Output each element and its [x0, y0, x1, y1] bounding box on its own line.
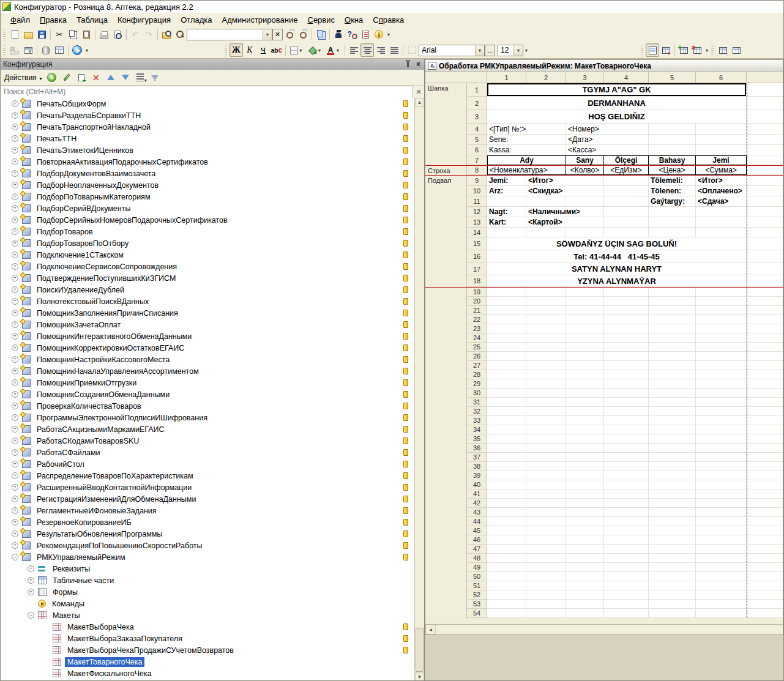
tree-item[interactable]: −РМКУправляемыйРежим [1, 551, 424, 563]
sheet-cell[interactable] [604, 176, 649, 186]
sheet-cell[interactable] [566, 352, 604, 361]
find-next-button[interactable] [283, 28, 296, 41]
start-debug-button[interactable] [70, 43, 84, 57]
expand-icon[interactable]: + [12, 472, 18, 479]
sheet-cell[interactable] [526, 416, 566, 425]
expand-icon[interactable]: + [12, 530, 18, 537]
expand-icon[interactable]: + [12, 368, 18, 374]
sheet-cell[interactable] [747, 306, 783, 315]
sheet-cell[interactable]: <Скидка> [526, 186, 604, 196]
tree-item[interactable]: Команды [1, 598, 424, 609]
row-number[interactable]: 24 [467, 333, 487, 343]
sheet-cell[interactable] [649, 572, 696, 581]
sheet-cell[interactable] [747, 297, 783, 306]
row-number[interactable]: 15 [467, 237, 487, 250]
tree-item[interactable]: +ПомощникСозданияОбменаДанными [1, 389, 424, 400]
sheet-cell[interactable] [566, 508, 604, 517]
sheet-cell[interactable] [649, 145, 696, 155]
expand-icon[interactable]: + [12, 240, 18, 247]
tree-item[interactable]: +РаспределениеТоваровПоХарактеристикам [1, 470, 424, 482]
sheet-cell[interactable] [747, 508, 783, 517]
tree-item[interactable]: +Формы [1, 586, 424, 598]
sheet-cell[interactable] [747, 609, 783, 618]
sheet-cell[interactable] [526, 572, 566, 581]
expand-icon[interactable]: + [12, 182, 18, 188]
expand-icon[interactable]: + [12, 426, 18, 433]
sheet-cell[interactable] [526, 489, 566, 499]
sheet-cell[interactable] [526, 434, 566, 444]
sheet-cell[interactable] [696, 471, 747, 480]
sheet-cell[interactable]: Ady [487, 155, 566, 165]
scroll-left-icon[interactable]: ◄ [425, 625, 436, 634]
sheet-cell[interactable] [747, 97, 783, 110]
sheet-cell[interactable] [604, 471, 649, 480]
sheet-cell[interactable] [526, 425, 566, 434]
column-header[interactable]: 6 [696, 72, 747, 83]
sheet-cell[interactable] [649, 324, 696, 333]
sheet-cell[interactable] [649, 288, 696, 297]
sheet-cell[interactable] [696, 581, 747, 590]
sheet-cell[interactable] [566, 489, 604, 499]
sheet-cell[interactable] [649, 124, 696, 135]
column-header[interactable]: 5 [649, 72, 696, 83]
row-number[interactable]: 38 [467, 462, 487, 471]
sheet-cell[interactable] [604, 361, 649, 370]
sheet-cell[interactable] [487, 581, 526, 590]
sheet-cell[interactable] [604, 333, 649, 343]
find-previous-button[interactable] [296, 28, 310, 41]
print-preview-button[interactable] [111, 28, 124, 41]
open-button[interactable] [21, 28, 35, 41]
sheet-cell[interactable] [747, 196, 783, 207]
sheet-cell[interactable] [604, 600, 649, 609]
sheet-cell[interactable] [649, 480, 696, 489]
sheet-cell[interactable] [649, 462, 696, 471]
chevron-down-icon[interactable]: ▼ [475, 45, 484, 56]
expand-icon[interactable]: + [12, 437, 18, 444]
expand-icon[interactable]: + [12, 414, 18, 421]
tree-item[interactable]: +РаботаСАкцизнымиМаркамиЕГАИС [1, 423, 424, 435]
sheet-cell[interactable] [604, 489, 649, 499]
dropdown-caret-icon[interactable]: ▼ [84, 48, 90, 53]
tree-item[interactable]: +Подключение1СТакском [1, 249, 424, 261]
sheet-cell[interactable] [696, 352, 747, 361]
sheet-cell[interactable] [566, 343, 604, 352]
sheet-cell[interactable]: <Сдача> [696, 196, 747, 207]
sheet-cell[interactable]: <Номенклатура> [487, 166, 566, 175]
tree-item[interactable]: МакетВыбораЧека [1, 621, 424, 633]
tree-item[interactable]: +РегистрацияИзмененийДляОбменаДанными [1, 493, 424, 505]
sheet-cell[interactable] [526, 361, 566, 370]
tree-item[interactable]: +ПомощникПриемкиОтгрузки [1, 377, 424, 389]
sheet-cell[interactable] [649, 352, 696, 361]
sheet-cell[interactable] [696, 462, 747, 471]
sheet-cell[interactable] [604, 581, 649, 590]
menu-item-3[interactable]: Конфигурация [113, 14, 176, 26]
row-number[interactable]: 8 [467, 166, 487, 175]
sheet-cell[interactable] [604, 379, 649, 389]
expand-icon[interactable]: + [12, 484, 18, 491]
sheet-cell[interactable] [566, 361, 604, 370]
sheet-cell[interactable] [566, 196, 604, 207]
sheet-cell[interactable] [696, 489, 747, 499]
row-number[interactable]: 6 [467, 145, 487, 155]
table-settings-button[interactable]: x [659, 43, 673, 57]
scroll-track[interactable] [436, 625, 783, 634]
sheet-cell[interactable]: <Итог> [526, 176, 604, 186]
sheet-cell[interactable]: Sene: [487, 135, 566, 145]
expand-icon[interactable]: + [12, 356, 18, 363]
expand-icon[interactable]: + [12, 124, 18, 130]
about-button[interactable]: i [372, 28, 386, 41]
sheet-cell[interactable] [487, 343, 526, 352]
sheet-cell[interactable] [604, 444, 649, 453]
sheet-cell[interactable] [526, 508, 566, 517]
sheet-cell[interactable] [747, 110, 783, 124]
menu-item-4[interactable]: Отладка [176, 14, 217, 26]
sheet-cell[interactable] [487, 434, 526, 444]
row-number[interactable]: 50 [467, 572, 487, 581]
italic-button[interactable]: К [243, 43, 256, 57]
copy-add-button[interactable] [76, 72, 87, 83]
sheet-cell[interactable] [696, 135, 747, 145]
sheet-cell[interactable] [566, 453, 604, 462]
named-areas-button[interactable] [646, 43, 659, 57]
sheet-cell[interactable] [747, 444, 783, 453]
sheet-cell[interactable] [604, 228, 649, 237]
